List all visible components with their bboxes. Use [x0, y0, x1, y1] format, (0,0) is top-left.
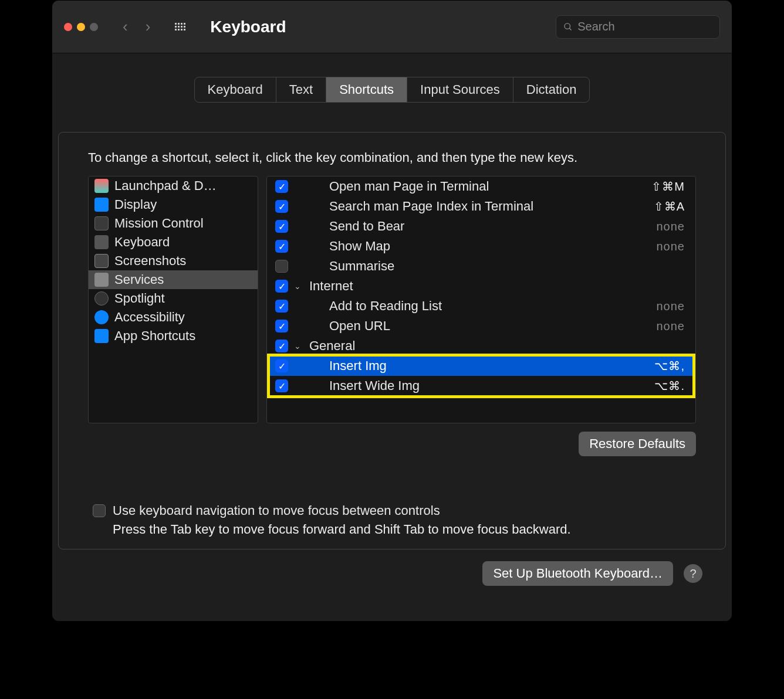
shortcut-row[interactable]: ✓Show Mapnone [267, 236, 695, 256]
shortcut-key: ⇧⌘A [654, 199, 685, 213]
shortcut-key: none [657, 300, 685, 313]
accessibility-icon [94, 310, 109, 324]
search-input[interactable] [577, 20, 712, 33]
shortcut-checkbox[interactable] [275, 260, 288, 273]
titlebar: ‹ › Keyboard [52, 1, 732, 53]
shortcut-group-row[interactable]: ✓⌄Internet [267, 276, 695, 296]
window-controls [64, 23, 98, 31]
split-view: Launchpad & D…DisplayMission ControlKeyb… [88, 176, 696, 423]
shortcut-list[interactable]: ✓Open man Page in Terminal⇧⌘M✓Search man… [266, 176, 696, 423]
shortcut-label: Search man Page Index in Terminal [329, 199, 648, 214]
shortcut-row[interactable]: ✓Search man Page Index in Terminal⇧⌘A [267, 196, 695, 216]
keyboard-nav-section: Use keyboard navigation to move focus be… [88, 503, 696, 537]
sidebar-item-services[interactable]: Services [89, 270, 258, 289]
sidebar-item-screenshots[interactable]: Screenshots [89, 252, 258, 270]
sidebar-item-mission-control[interactable]: Mission Control [89, 214, 258, 233]
shortcut-row[interactable]: ✓Insert Wide Img⌥⌘. [267, 376, 695, 396]
shortcut-row[interactable]: ✓Add to Reading Listnone [267, 296, 695, 316]
tab-shortcuts[interactable]: Shortcuts [326, 77, 407, 102]
shortcut-checkbox[interactable]: ✓ [275, 200, 288, 213]
bluetooth-keyboard-button[interactable]: Set Up Bluetooth Keyboard… [482, 561, 673, 586]
show-all-icon[interactable] [175, 23, 185, 30]
svg-line-1 [569, 28, 571, 30]
sidebar-item-keyboard[interactable]: Keyboard [89, 233, 258, 252]
sidebar-item-label: Keyboard [114, 235, 170, 250]
shortcut-label: General [309, 338, 685, 354]
launchpad-icon [94, 179, 109, 193]
shortcut-label: Insert Img [329, 358, 648, 374]
keyboard-nav-hint: Press the Tab key to move focus forward … [113, 522, 691, 537]
shortcut-row[interactable]: ✓Insert Img⌥⌘, [267, 356, 695, 376]
disclosure-triangle-icon[interactable]: ⌄ [294, 341, 303, 351]
zoom-button[interactable] [90, 23, 98, 31]
tab-input-sources[interactable]: Input Sources [407, 77, 513, 102]
shortcut-key: none [657, 220, 685, 233]
sidebar-item-app-shortcuts[interactable]: App Shortcuts [89, 327, 258, 345]
sidebar-item-label: Launchpad & D… [114, 178, 217, 194]
sidebar-item-launchpad-d-[interactable]: Launchpad & D… [89, 177, 258, 195]
screenshots-icon [94, 254, 109, 268]
shortcut-row[interactable]: ✓Send to Bearnone [267, 216, 695, 236]
sidebar-item-accessibility[interactable]: Accessibility [89, 308, 258, 327]
help-button[interactable]: ? [684, 564, 702, 583]
tab-keyboard[interactable]: Keyboard [195, 77, 276, 102]
shortcut-label: Open man Page in Terminal [329, 179, 646, 194]
instruction-text: To change a shortcut, select it, click t… [88, 150, 696, 165]
keyboard-icon [94, 235, 109, 249]
shortcut-checkbox[interactable]: ✓ [275, 240, 288, 253]
display-icon [94, 198, 109, 212]
shortcut-checkbox[interactable]: ✓ [275, 180, 288, 193]
shortcut-label: Open URL [329, 318, 651, 334]
shortcut-checkbox[interactable]: ✓ [275, 320, 288, 332]
shortcut-label: Add to Reading List [329, 298, 651, 314]
back-button[interactable]: ‹ [123, 18, 128, 36]
shortcut-label: Send to Bear [329, 219, 651, 234]
shortcut-checkbox[interactable]: ✓ [275, 300, 288, 313]
nav-buttons: ‹ › [123, 18, 150, 36]
shortcut-key: ⇧⌘M [651, 179, 685, 194]
shortcut-label: Summarise [329, 259, 685, 274]
sidebar-item-label: Services [114, 272, 164, 287]
shortcut-row[interactable]: ✓Open URLnone [267, 316, 695, 336]
search-field[interactable] [556, 15, 720, 39]
shortcut-key: ⌥⌘, [654, 359, 685, 373]
footer: Set Up Bluetooth Keyboard… ? [52, 561, 732, 603]
shortcut-row[interactable]: Summarise [267, 256, 695, 276]
sidebar-item-spotlight[interactable]: Spotlight [89, 289, 258, 308]
shortcut-checkbox[interactable]: ✓ [275, 280, 288, 293]
sidebar-item-label: Accessibility [114, 310, 185, 325]
sidebar-item-label: Mission Control [114, 216, 204, 231]
keyboard-nav-checkbox[interactable] [93, 504, 106, 517]
sidebar-item-label: Display [114, 197, 157, 212]
sidebar-item-label: Spotlight [114, 291, 165, 306]
shortcut-checkbox[interactable]: ✓ [275, 340, 288, 352]
category-sidebar[interactable]: Launchpad & D…DisplayMission ControlKeyb… [88, 176, 258, 423]
mission-control-icon [94, 216, 109, 230]
minimize-button[interactable] [77, 23, 85, 31]
svg-point-0 [565, 23, 570, 28]
tab-text[interactable]: Text [276, 77, 326, 102]
shortcut-group-row[interactable]: ✓⌄General [267, 336, 695, 356]
sidebar-item-label: App Shortcuts [114, 328, 195, 344]
forward-button[interactable]: › [146, 18, 151, 36]
window-title: Keyboard [210, 18, 549, 36]
shortcut-checkbox[interactable]: ✓ [275, 220, 288, 233]
tab-dictation[interactable]: Dictation [513, 77, 590, 102]
shortcut-label: Internet [309, 279, 685, 294]
restore-defaults-button[interactable]: Restore Defaults [579, 432, 696, 456]
tab-bar: KeyboardTextShortcutsInput SourcesDictat… [52, 77, 732, 103]
disclosure-triangle-icon[interactable]: ⌄ [294, 281, 303, 291]
keyboard-nav-label: Use keyboard navigation to move focus be… [113, 503, 440, 518]
shortcut-checkbox[interactable]: ✓ [275, 359, 288, 372]
preferences-window: ‹ › Keyboard KeyboardTextShortcutsInput … [52, 0, 732, 622]
sidebar-item-display[interactable]: Display [89, 195, 258, 214]
shortcut-key: none [657, 240, 685, 253]
app-shortcuts-icon [94, 329, 109, 343]
close-button[interactable] [64, 23, 72, 31]
shortcut-label: Insert Wide Img [329, 378, 648, 393]
search-icon [563, 22, 573, 32]
shortcut-key: ⌥⌘. [654, 379, 685, 393]
content: KeyboardTextShortcutsInput SourcesDictat… [52, 53, 732, 621]
shortcut-checkbox[interactable]: ✓ [275, 379, 288, 392]
shortcut-row[interactable]: ✓Open man Page in Terminal⇧⌘M [267, 177, 695, 196]
